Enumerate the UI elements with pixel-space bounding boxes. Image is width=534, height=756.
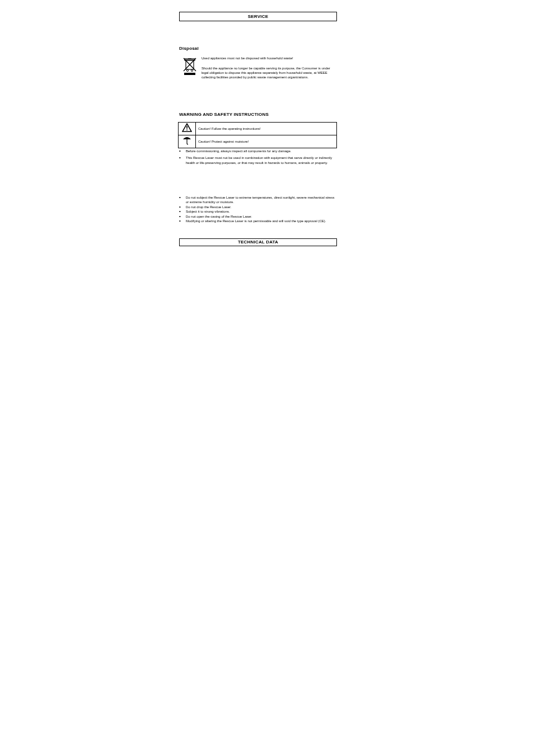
warning-table: Caution! Follow the operating instructio… [178,122,337,148]
service-heading: SERVICE [180,12,336,21]
bullet-text: Do not drop the Rescue Laser. [186,205,337,209]
bullet-icon: • [179,149,186,153]
technical-data-box: TECHNICAL DATA [179,238,337,246]
technical-data-heading: TECHNICAL DATA [180,239,336,246]
disposal-paragraph-1: Used appliances must not be disposed wit… [202,56,337,60]
umbrella-icon [182,137,192,147]
bullet-text: Before commissioning, always inspect all… [186,149,337,153]
list-item: • Before commissioning, always inspect a… [179,149,337,153]
table-row: Caution! Protect against moisture! [179,135,337,148]
bullet-icon: • [179,156,186,165]
svg-rect-9 [186,129,188,130]
warning-triangle-icon [182,124,192,134]
bullet-text: This Rescue Laser must not be used in co… [186,156,337,165]
weee-bin-icon [181,56,198,76]
icon-cell [179,135,196,148]
bullet-text: Subject it to strong vibrations. [186,209,337,214]
svg-point-3 [191,69,193,71]
icon-cell [179,123,196,135]
list-item: • Do not open the casing of the Rescue L… [179,214,337,219]
list-item: • Subject it to strong vibrations. [179,209,337,214]
disposal-heading: Disposal [179,46,199,51]
svg-rect-6 [184,73,195,75]
bullet-text: Do not subject the Rescue Laser to extre… [186,195,337,205]
disposal-paragraph-2: Should the appliance no longer be capabl… [202,66,337,79]
bullet-text: Modifying or altering the Rescue Laser i… [186,219,337,223]
warning-text-cell: Caution! Follow the operating instructio… [196,123,337,135]
list-item: • Modifying or altering the Rescue Laser… [179,219,337,223]
document-page: SERVICE Disposal Used appliances must no… [0,0,534,756]
svg-point-2 [186,69,188,71]
bullet-text: Do not open the casing of the Rescue Las… [186,214,337,219]
safety-heading: WARNING AND SAFETY INSTRUCTIONS [179,112,269,117]
list-item: • Do not subject the Rescue Laser to ext… [179,195,337,205]
service-section-box: SERVICE [179,12,337,21]
table-row: Caution! Follow the operating instructio… [179,123,337,135]
bullet-group-1: • Before commissioning, always inspect a… [179,149,337,165]
bullet-icon: • [179,219,186,223]
warning-text-cell: Caution! Protect against moisture! [196,135,337,148]
bullet-icon: • [179,195,186,205]
svg-rect-8 [186,126,188,129]
bullet-group-2: • Do not subject the Rescue Laser to ext… [179,195,337,223]
list-item: • Do not drop the Rescue Laser. [179,205,337,209]
list-item: • This Rescue Laser must not be used in … [179,156,337,165]
